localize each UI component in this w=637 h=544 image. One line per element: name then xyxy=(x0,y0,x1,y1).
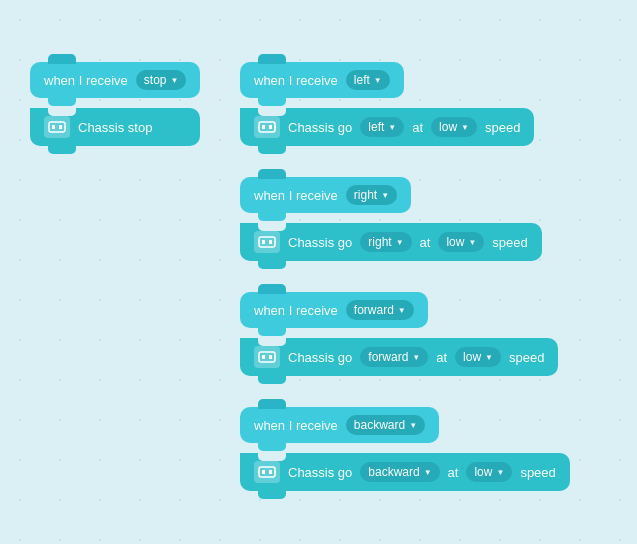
left-action-prefix: Chassis go xyxy=(288,120,352,135)
backward-direction-value: backward xyxy=(368,465,419,479)
left-action-indent xyxy=(258,108,286,116)
backward-event-value: backward xyxy=(354,418,405,432)
svg-rect-20 xyxy=(259,467,275,477)
forward-speed-value: low xyxy=(463,350,481,364)
left-event-label: when I receive xyxy=(254,73,338,88)
left-speed-dropdown[interactable]: low ▼ xyxy=(431,117,477,137)
forward-direction-dropdown[interactable]: forward ▼ xyxy=(360,347,428,367)
forward-event-label: when I receive xyxy=(254,303,338,318)
left-direction-arrow: ▼ xyxy=(388,123,396,132)
backward-speed-value: low xyxy=(474,465,492,479)
stop-event-block[interactable]: when I receive stop ▼ xyxy=(30,62,200,98)
stop-block-group: when I receive stop ▼ Chassis stop xyxy=(30,62,200,146)
svg-rect-10 xyxy=(259,237,275,247)
left-at-label: at xyxy=(412,120,423,135)
svg-rect-22 xyxy=(269,470,272,474)
svg-rect-5 xyxy=(259,122,275,132)
forward-direction-arrow: ▼ xyxy=(412,353,420,362)
right-action-prefix: Chassis go xyxy=(288,235,352,250)
forward-event-value: forward xyxy=(354,303,394,317)
backward-direction-arrow: ▼ xyxy=(424,468,432,477)
left-event-bump xyxy=(258,96,286,106)
right-speed-dropdown[interactable]: low ▼ xyxy=(438,232,484,252)
forward-speed-dropdown[interactable]: low ▼ xyxy=(455,347,501,367)
backward-speed-arrow: ▼ xyxy=(496,468,504,477)
right-action-block[interactable]: Chassis go right ▼ at low ▼ speed xyxy=(240,223,542,261)
stop-event-arrow: ▼ xyxy=(171,76,179,85)
forward-at-label: at xyxy=(436,350,447,365)
left-action-bump xyxy=(258,144,286,154)
right-block-group: when I receive right ▼ Chassis go right … xyxy=(240,177,542,261)
right-direction-dropdown[interactable]: right ▼ xyxy=(360,232,411,252)
stop-action-bump xyxy=(48,144,76,154)
backward-action-indent xyxy=(258,453,286,461)
right-event-value: right xyxy=(354,188,377,202)
backward-block-group: when I receive backward ▼ Chassis go bac… xyxy=(240,407,570,491)
right-event-bump xyxy=(258,211,286,221)
backward-action-prefix: Chassis go xyxy=(288,465,352,480)
forward-action-bump xyxy=(258,374,286,384)
left-speed-value: low xyxy=(439,120,457,134)
stop-event-bump xyxy=(48,96,76,106)
notch-top-backward xyxy=(258,399,286,409)
stop-action-indent xyxy=(48,108,76,116)
right-event-arrow: ▼ xyxy=(381,191,389,200)
stop-action-label: Chassis stop xyxy=(78,120,152,135)
right-event-block[interactable]: when I receive right ▼ xyxy=(240,177,411,213)
backward-event-bump xyxy=(258,441,286,451)
svg-rect-2 xyxy=(59,125,62,129)
right-direction-arrow: ▼ xyxy=(396,238,404,247)
forward-robot-icon xyxy=(254,346,280,368)
backward-event-block[interactable]: when I receive backward ▼ xyxy=(240,407,439,443)
forward-speed-arrow: ▼ xyxy=(485,353,493,362)
forward-action-block[interactable]: Chassis go forward ▼ at low ▼ speed xyxy=(240,338,558,376)
forward-event-arrow: ▼ xyxy=(398,306,406,315)
left-robot-icon xyxy=(254,116,280,138)
right-event-dropdown[interactable]: right ▼ xyxy=(346,185,397,205)
right-direction-value: right xyxy=(368,235,391,249)
svg-rect-21 xyxy=(262,470,265,474)
svg-rect-0 xyxy=(49,122,65,132)
left-event-dropdown[interactable]: left ▼ xyxy=(346,70,390,90)
notch-top-left xyxy=(258,54,286,64)
forward-speed-suffix: speed xyxy=(509,350,544,365)
left-event-arrow: ▼ xyxy=(374,76,382,85)
forward-direction-value: forward xyxy=(368,350,408,364)
stop-robot-icon xyxy=(44,116,70,138)
svg-rect-12 xyxy=(269,240,272,244)
forward-event-block[interactable]: when I receive forward ▼ xyxy=(240,292,428,328)
right-robot-icon xyxy=(254,231,280,253)
left-speed-suffix: speed xyxy=(485,120,520,135)
forward-block-group: when I receive forward ▼ Chassis go forw… xyxy=(240,292,558,376)
left-action-block[interactable]: Chassis go left ▼ at low ▼ speed xyxy=(240,108,534,146)
right-speed-arrow: ▼ xyxy=(468,238,476,247)
svg-rect-7 xyxy=(269,125,272,129)
left-speed-arrow: ▼ xyxy=(461,123,469,132)
left-event-value: left xyxy=(354,73,370,87)
left-block-group: when I receive left ▼ Chassis go left ▼ … xyxy=(240,62,534,146)
right-speed-value: low xyxy=(446,235,464,249)
stop-event-dropdown[interactable]: stop ▼ xyxy=(136,70,187,90)
stop-event-label: when I receive xyxy=(44,73,128,88)
right-at-label: at xyxy=(420,235,431,250)
svg-rect-6 xyxy=(262,125,265,129)
backward-speed-dropdown[interactable]: low ▼ xyxy=(466,462,512,482)
backward-action-block[interactable]: Chassis go backward ▼ at low ▼ speed xyxy=(240,453,570,491)
right-event-label: when I receive xyxy=(254,188,338,203)
forward-action-indent xyxy=(258,338,286,346)
backward-speed-suffix: speed xyxy=(520,465,555,480)
backward-event-dropdown[interactable]: backward ▼ xyxy=(346,415,425,435)
svg-rect-11 xyxy=(262,240,265,244)
stop-action-block[interactable]: Chassis stop xyxy=(30,108,200,146)
svg-rect-16 xyxy=(262,355,265,359)
left-direction-dropdown[interactable]: left ▼ xyxy=(360,117,404,137)
backward-direction-dropdown[interactable]: backward ▼ xyxy=(360,462,439,482)
forward-event-dropdown[interactable]: forward ▼ xyxy=(346,300,414,320)
svg-rect-15 xyxy=(259,352,275,362)
forward-action-prefix: Chassis go xyxy=(288,350,352,365)
right-action-bump xyxy=(258,259,286,269)
right-speed-suffix: speed xyxy=(492,235,527,250)
svg-rect-1 xyxy=(52,125,55,129)
svg-rect-17 xyxy=(269,355,272,359)
left-event-block[interactable]: when I receive left ▼ xyxy=(240,62,404,98)
